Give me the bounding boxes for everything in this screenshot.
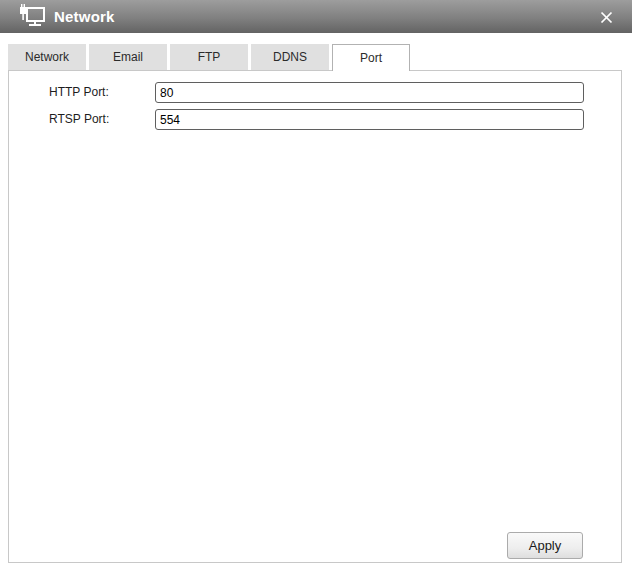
tab-ddns[interactable]: DDNS bbox=[251, 44, 329, 70]
tab-network[interactable]: Network bbox=[8, 44, 86, 70]
network-dialog: Network Network Email FTP DDNS Port HTTP… bbox=[0, 0, 632, 577]
titlebar: Network bbox=[0, 0, 632, 33]
tab-email[interactable]: Email bbox=[89, 44, 167, 70]
rtsp-port-label: RTSP Port: bbox=[49, 109, 149, 130]
close-button[interactable] bbox=[594, 6, 618, 28]
tab-port[interactable]: Port bbox=[332, 44, 410, 71]
apply-button[interactable]: Apply bbox=[507, 532, 583, 559]
close-icon bbox=[599, 10, 614, 25]
tab-ftp[interactable]: FTP bbox=[170, 44, 248, 70]
http-port-input[interactable] bbox=[155, 82, 584, 103]
http-port-label: HTTP Port: bbox=[49, 82, 149, 103]
tab-content-panel: HTTP Port: RTSP Port: Apply bbox=[8, 70, 622, 563]
window-title: Network bbox=[54, 8, 115, 25]
tabstrip: Network Email FTP DDNS Port bbox=[8, 44, 410, 71]
network-monitor-icon bbox=[19, 4, 46, 29]
rtsp-port-input[interactable] bbox=[155, 109, 584, 130]
